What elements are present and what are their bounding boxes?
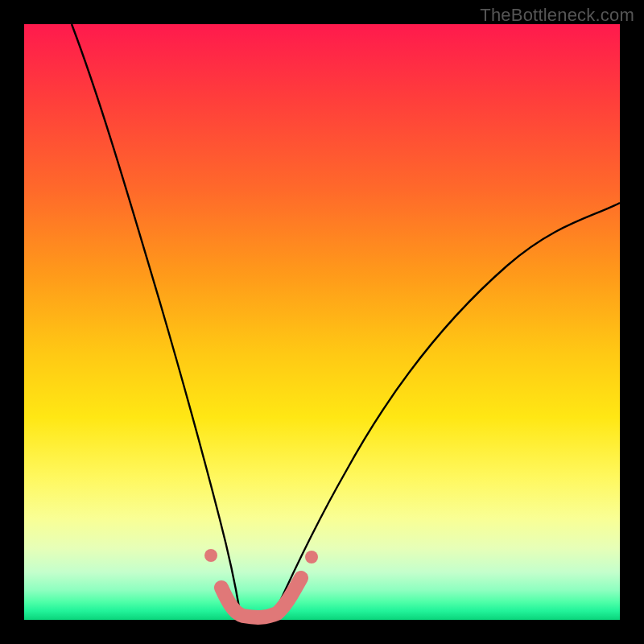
curve-left-branch xyxy=(72,24,240,612)
curve-right-branch xyxy=(275,203,620,612)
plot-area xyxy=(24,24,620,620)
chart-frame: TheBottleneck.com xyxy=(0,0,644,644)
highlight-dot-right xyxy=(305,551,318,564)
chart-svg xyxy=(24,24,620,620)
highlight-dot-left xyxy=(204,549,217,562)
watermark-text: TheBottleneck.com xyxy=(480,5,634,26)
